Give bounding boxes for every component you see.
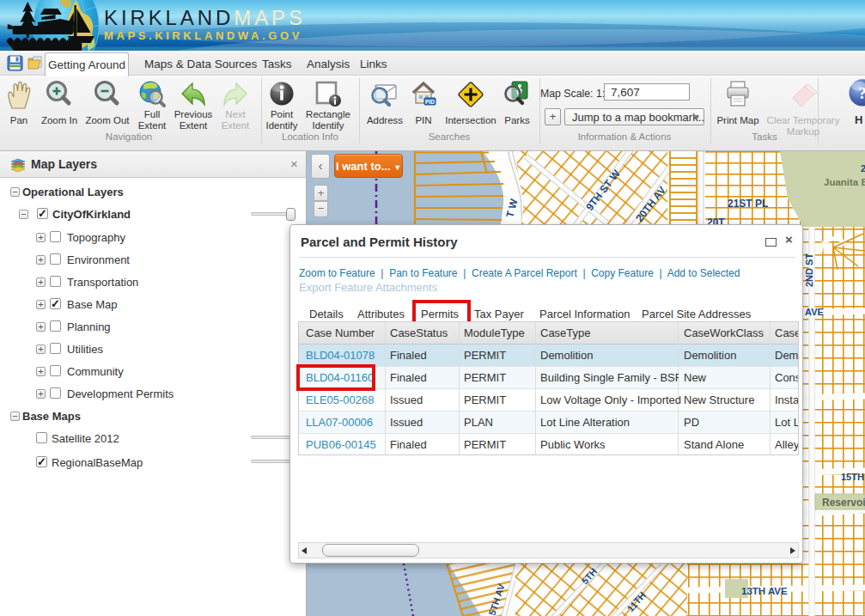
svg-text:Juanita B: Juanita B	[824, 177, 865, 187]
svg-text:AVE: AVE	[805, 307, 824, 317]
svg-text:2ND ST: 2ND ST	[804, 253, 814, 287]
svg-text:21ST PL: 21ST PL	[728, 198, 768, 210]
svg-text:?: ?	[858, 84, 865, 102]
svg-text:2: 2	[861, 163, 865, 174]
svg-text:13TH AVE: 13TH AVE	[741, 586, 788, 596]
svg-text:15TH: 15TH	[841, 472, 864, 482]
svg-text:PID: PID	[425, 99, 435, 105]
svg-text:Reservoi: Reservoi	[822, 497, 865, 509]
